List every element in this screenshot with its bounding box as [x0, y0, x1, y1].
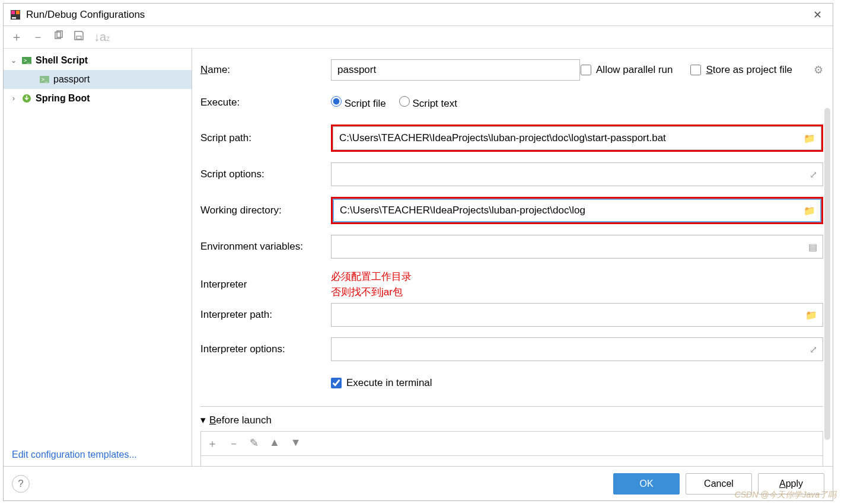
script-path-highlight: 📁 [331, 125, 823, 152]
tree-node-label: passport [53, 74, 90, 85]
form-area: Execute: Script file Script text Script … [200, 91, 823, 466]
name-label: Name: [200, 64, 331, 76]
script-path-input[interactable] [333, 126, 821, 150]
footer: ? OK Cancel Apply CSDN @今天你学Java了吗 [4, 466, 833, 500]
allow-parallel-run-checkbox[interactable]: Allow parallel run [581, 64, 673, 76]
script-path-row: Script path: 📁 [200, 125, 823, 152]
execute-row: Execute: Script file Script text [200, 91, 823, 114]
config-toolbar: ＋ － ↓az [4, 26, 833, 49]
copy-config-icon[interactable] [53, 30, 64, 44]
svg-text:>_: >_ [42, 76, 48, 82]
interpreter-header-row: Interpreter 必须配置工作目录 否则找不到jar包 [200, 269, 823, 299]
allow-parallel-label: Allow parallel run [596, 64, 673, 76]
script-options-row: Script options: ⤢ [200, 162, 823, 186]
radio-script-text-input[interactable] [399, 96, 410, 107]
close-icon[interactable]: ✕ [808, 8, 827, 21]
allow-parallel-checkbox-box[interactable] [581, 65, 591, 75]
svg-rect-1 [11, 11, 15, 14]
folder-browse-icon[interactable]: 📁 [804, 205, 815, 216]
folder-browse-icon[interactable]: 📁 [804, 133, 815, 144]
env-variables-row: Environment variables: ▤ [200, 235, 823, 259]
store-as-project-checkbox-box[interactable] [690, 65, 701, 75]
window-title: Run/Debug Configurations [26, 9, 808, 21]
tree-node-shell-script[interactable]: ⌄ >_ Shell Script [4, 51, 192, 70]
caret-down-icon: ⌄ [9, 56, 18, 65]
execute-in-terminal-row: Execute in terminal [200, 372, 823, 394]
before-launch-header[interactable]: ▾ Before launch [200, 414, 823, 426]
interpreter-options-label: Interpreter options: [200, 343, 331, 355]
cancel-button[interactable]: Cancel [686, 473, 752, 495]
before-launch-tasks-list: There are no tasks to run before launch [200, 455, 823, 466]
tree-node-label: Spring Boot [36, 93, 90, 104]
run-debug-config-dialog: Run/Debug Configurations ✕ ＋ － ↓az ⌄ >_ … [3, 3, 833, 501]
edit-task-icon[interactable]: ✎ [250, 436, 259, 451]
interpreter-options-input[interactable] [331, 337, 823, 361]
gear-icon[interactable]: ⚙ [814, 63, 823, 76]
name-row: Name: Allow parallel run Store as projec… [200, 59, 823, 81]
content: ⌄ >_ Shell Script >_ passport › Spring B… [4, 49, 833, 466]
shell-script-icon: >_ [39, 74, 50, 85]
config-tree: ⌄ >_ Shell Script >_ passport › Spring B… [4, 49, 192, 444]
interpreter-options-row: Interpreter options: ⤢ [200, 337, 823, 361]
save-config-icon[interactable] [74, 30, 84, 44]
radio-script-file[interactable]: Script file [331, 96, 386, 110]
radio-script-text[interactable]: Script text [399, 96, 457, 110]
annotation-note: 必须配置工作目录 否则找不到jar包 [331, 269, 412, 299]
script-options-label: Script options: [200, 168, 331, 180]
edit-configuration-templates-link[interactable]: Edit configuration templates... [4, 444, 192, 466]
move-up-icon[interactable]: ▲ [269, 436, 280, 451]
working-dir-highlight: 📁 [331, 197, 823, 224]
expand-icon[interactable]: ⤢ [810, 344, 817, 355]
svg-rect-3 [12, 17, 16, 19]
titlebar: Run/Debug Configurations ✕ [4, 4, 833, 26]
sidebar: ⌄ >_ Shell Script >_ passport › Spring B… [4, 49, 192, 466]
list-edit-icon[interactable]: ▤ [808, 241, 817, 253]
interpreter-path-row: Interpreter path: 📁 [200, 303, 823, 327]
scrollbar[interactable] [824, 108, 830, 440]
spring-boot-icon [21, 93, 32, 104]
working-directory-row: Working directory: 📁 [200, 197, 823, 224]
expand-icon[interactable]: ⤢ [810, 169, 817, 180]
before-launch-section: ▾ Before launch ＋ － ✎ ▲ ▼ There are no t… [200, 406, 823, 466]
working-directory-input[interactable] [333, 199, 821, 222]
apply-button[interactable]: Apply [758, 473, 824, 495]
caret-down-icon: ▾ [200, 414, 206, 426]
svg-rect-2 [16, 11, 20, 14]
caret-right-icon: › [9, 94, 18, 103]
folder-browse-icon[interactable]: 📁 [805, 310, 817, 321]
tree-node-passport[interactable]: >_ passport [4, 70, 192, 89]
ok-button[interactable]: OK [613, 473, 680, 495]
help-icon[interactable]: ? [12, 475, 30, 493]
svg-text:>_: >_ [24, 58, 30, 63]
execute-label: Execute: [200, 97, 331, 109]
interpreter-label: Interpreter [200, 279, 331, 291]
remove-config-icon[interactable]: － [32, 29, 44, 45]
store-as-project-label: Store as project file [706, 64, 792, 76]
intellij-logo-icon [9, 9, 21, 21]
name-input[interactable] [331, 59, 580, 81]
interpreter-path-input[interactable] [331, 303, 823, 327]
add-config-icon[interactable]: ＋ [11, 29, 23, 45]
add-task-icon[interactable]: ＋ [207, 436, 218, 451]
env-variables-input[interactable] [331, 235, 823, 259]
tree-node-spring-boot[interactable]: › Spring Boot [4, 89, 192, 108]
tree-node-label: Shell Script [36, 55, 88, 66]
main-panel: Name: Allow parallel run Store as projec… [192, 49, 833, 466]
script-options-input[interactable] [331, 162, 823, 186]
execute-in-terminal-checkbox[interactable]: Execute in terminal [331, 377, 432, 389]
shell-script-icon: >_ [21, 55, 32, 66]
svg-rect-6 [77, 36, 81, 39]
env-variables-label: Environment variables: [200, 241, 331, 253]
radio-script-file-input[interactable] [331, 96, 342, 107]
execute-in-terminal-box[interactable] [331, 378, 342, 388]
script-path-label: Script path: [200, 132, 331, 144]
store-as-project-file-checkbox[interactable]: Store as project file [690, 64, 792, 76]
move-down-icon[interactable]: ▼ [291, 436, 301, 451]
interpreter-path-label: Interpreter path: [200, 309, 331, 321]
before-launch-toolbar: ＋ － ✎ ▲ ▼ [200, 431, 823, 455]
sort-config-icon[interactable]: ↓az [94, 30, 110, 44]
working-directory-label: Working directory: [200, 205, 331, 216]
remove-task-icon[interactable]: － [228, 436, 239, 451]
